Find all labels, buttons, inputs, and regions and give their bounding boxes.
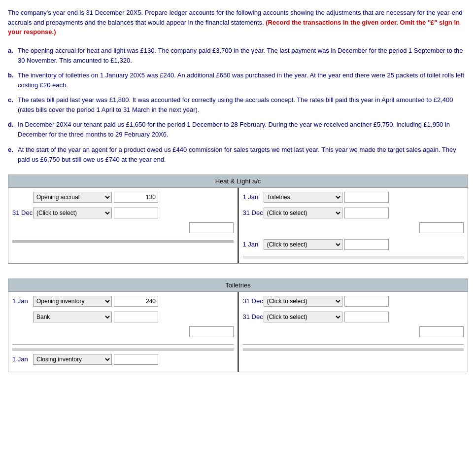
toiletries-right-amount-3[interactable]: [419, 326, 464, 337]
toiletries-right-date-2: 31 Dec: [243, 313, 264, 320]
toiletries-left-row-2: Bank Opening inventory Closing inventory…: [12, 311, 234, 323]
heat-light-right-amount-2[interactable]: [344, 208, 389, 218]
toiletries-left-double-line: [12, 349, 234, 351]
ledger-toiletries-wrap: Toiletries 1 Jan Opening inventory Bank …: [8, 279, 468, 372]
toiletries-left-empty-1: [12, 326, 234, 339]
heat-light-left-amount-2[interactable]: [114, 208, 158, 218]
intro-paragraph: The company's year end is 31 December 20…: [8, 8, 468, 37]
heat-light-right-amount-3[interactable]: [419, 222, 464, 233]
scenario-c-label: c.: [8, 95, 16, 115]
scenario-d: d. In December 20X4 our tenant paid us £…: [8, 120, 468, 140]
toiletries-right-select-2[interactable]: (Click to select) Bank Closing inventory…: [264, 312, 342, 322]
scenario-e-text: At the start of the year an agent for a …: [18, 145, 468, 165]
heat-light-right-row-2: 31 Dec (Click to select) Bank Closing ac…: [243, 207, 464, 219]
toiletries-left-single-line: [12, 344, 234, 345]
toiletries-right-amount-2[interactable]: [344, 312, 389, 322]
heat-light-left-row-1: Opening accrual Bank Closing accrual Pro…: [12, 191, 234, 204]
heat-light-right-date-1: 1 Jan: [243, 193, 264, 201]
toiletries-right-select-1[interactable]: (Click to select) Bank Closing inventory…: [264, 296, 342, 307]
scenario-d-text: In December 20X4 our tenant paid us £1,6…: [18, 120, 468, 140]
ledger-heat-light-title: Heat & Light a/c: [8, 175, 468, 187]
toiletries-left-row-closing: 1 Jan Closing inventory Bank Opening inv…: [12, 353, 234, 366]
heat-light-right-row-4: 1 Jan (Click to select) Bank Closing acc…: [243, 238, 464, 251]
toiletries-left-date-closing: 1 Jan: [12, 355, 33, 363]
ledger-heat-light-section: Heat & Light a/c Opening accrual Bank Cl…: [8, 175, 468, 372]
toiletries-left-select-1[interactable]: Opening inventory Bank Closing inventory…: [33, 296, 112, 307]
heat-light-right-date-2: 31 Dec: [243, 209, 264, 216]
toiletries-left-select-2[interactable]: Bank Opening inventory Closing inventory…: [33, 312, 112, 322]
ledger-toiletries-inner: 1 Jan Opening inventory Bank Closing inv…: [8, 291, 468, 372]
ledger-heat-light-right: 1 Jan Toiletries (Click to select) Profi…: [239, 188, 468, 263]
heat-light-right-select-1[interactable]: Toiletries (Click to select) Profit or l…: [264, 192, 342, 203]
heat-light-left-date-2: 31 Dec: [12, 209, 33, 216]
heat-light-right-select-4[interactable]: (Click to select) Bank Closing accrual P…: [264, 239, 342, 250]
toiletries-right-date-1: 31 Dec: [243, 297, 264, 305]
toiletries-right-single-line: [243, 344, 464, 345]
toiletries-left-select-closing[interactable]: Closing inventory Bank Opening inventory…: [33, 354, 112, 365]
ledger-toiletries-title: Toiletries: [8, 279, 468, 291]
toiletries-left-amount-2[interactable]: [114, 312, 158, 322]
toiletries-right-row-2: 31 Dec (Click to select) Bank Closing in…: [243, 311, 464, 323]
scenario-c-text: The rates bill paid last year was £1,800…: [18, 95, 468, 115]
scenario-a: a. The opening accrual for heat and ligh…: [8, 46, 468, 66]
toiletries-left-date-1: 1 Jan: [12, 297, 33, 305]
heat-light-left-row-2: 31 Dec (Click to select) Bank Closing ac…: [12, 207, 234, 219]
heat-light-right-row-1: 1 Jan Toiletries (Click to select) Profi…: [243, 191, 464, 204]
scenario-b-text: The inventory of toiletries on 1 January…: [18, 70, 468, 90]
heat-light-left-amount-1[interactable]: [114, 192, 158, 203]
toiletries-right-row-1: 31 Dec (Click to select) Bank Closing in…: [243, 295, 464, 308]
heat-light-right-amount-4[interactable]: [344, 239, 389, 250]
scenario-list: a. The opening accrual for heat and ligh…: [8, 46, 468, 165]
toiletries-left-amount-1[interactable]: [114, 296, 158, 307]
toiletries-left-amount-3[interactable]: [189, 326, 234, 337]
toiletries-left-amount-closing[interactable]: [114, 354, 158, 365]
heat-light-right-select-2[interactable]: (Click to select) Bank Closing accrual P…: [264, 208, 342, 218]
heat-light-right-amount-1[interactable]: [344, 192, 389, 203]
scenario-d-label: d.: [8, 120, 16, 140]
toiletries-right-empty-1: [243, 326, 464, 339]
scenario-b-label: b.: [8, 70, 16, 90]
scenario-c: c. The rates bill paid last year was £1,…: [8, 95, 468, 115]
ledger-toiletries-left: 1 Jan Opening inventory Bank Closing inv…: [8, 292, 238, 372]
scenario-a-label: a.: [8, 46, 16, 66]
ledger-heat-light-inner: Opening accrual Bank Closing accrual Pro…: [8, 187, 468, 264]
heat-light-left-double-line: [12, 240, 234, 243]
scenario-a-text: The opening accrual for heat and light w…: [18, 46, 468, 66]
ledger-toiletries-right: 31 Dec (Click to select) Bank Closing in…: [239, 292, 468, 372]
heat-light-left-empty-1: [12, 222, 234, 235]
heat-light-left-select-1[interactable]: Opening accrual Bank Closing accrual Pro…: [33, 192, 112, 203]
scenario-e-label: e.: [8, 145, 16, 165]
scenario-e: e. At the start of the year an agent for…: [8, 145, 468, 165]
heat-light-right-empty-1: [243, 222, 464, 235]
ledger-heat-light-wrap: Heat & Light a/c Opening accrual Bank Cl…: [8, 175, 468, 264]
toiletries-left-row-1: 1 Jan Opening inventory Bank Closing inv…: [12, 295, 234, 308]
scenario-b: b. The inventory of toiletries on 1 Janu…: [8, 70, 468, 90]
heat-light-right-double-line: [243, 256, 464, 258]
toiletries-right-double-line: [243, 349, 464, 351]
ledger-heat-light-left: Opening accrual Bank Closing accrual Pro…: [8, 188, 238, 263]
heat-light-right-date-4: 1 Jan: [243, 241, 264, 248]
heat-light-left-select-2[interactable]: (Click to select) Bank Closing accrual P…: [33, 208, 112, 218]
heat-light-left-amount-3[interactable]: [189, 222, 234, 233]
toiletries-right-amount-1[interactable]: [344, 296, 389, 307]
